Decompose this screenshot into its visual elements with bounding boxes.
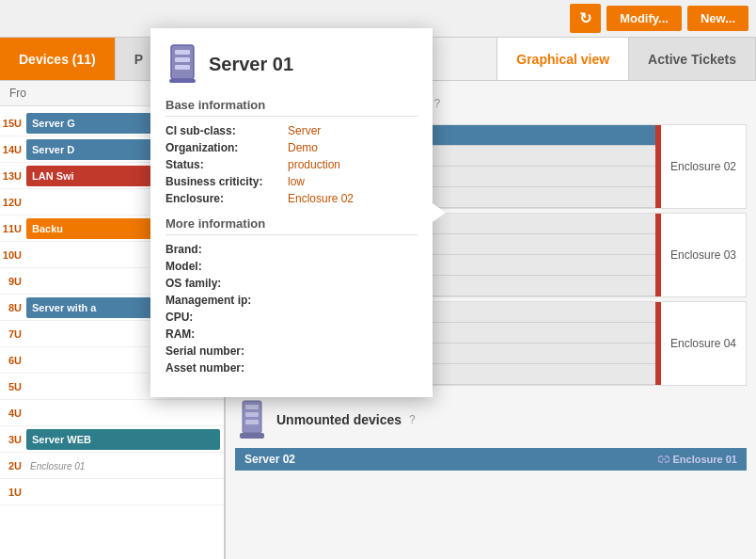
rack-unit-label: 4U xyxy=(0,407,26,419)
refresh-button[interactable]: ↻ xyxy=(570,4,601,33)
modify-button[interactable]: Modify... xyxy=(606,6,682,31)
enclosure-name-label: Enclosure 03 xyxy=(661,214,746,296)
popup-more-field-label: Model: xyxy=(165,260,288,273)
popup-field-row: Organization:Demo xyxy=(165,141,417,154)
popup-more-field-row: OS family: xyxy=(165,277,417,290)
popup-more-field-label: Asset number: xyxy=(165,361,288,375)
popup-field-row: Business criticity:low xyxy=(165,175,417,188)
rack-unit-label: 10U xyxy=(0,249,26,261)
server-icon-small xyxy=(235,399,269,440)
new-button[interactable]: New... xyxy=(687,6,748,31)
rack-unit-label: 8U xyxy=(0,302,26,313)
popup-title: Server 01 xyxy=(209,54,293,75)
rack-unit-label: 1U xyxy=(0,487,26,498)
popup-fields: CI sub-class:ServerOrganization:DemoStat… xyxy=(165,124,417,205)
popup-more-field-row: Serial number: xyxy=(165,344,417,358)
svg-rect-12 xyxy=(175,65,190,70)
rack-unit-label: 15U xyxy=(0,118,26,129)
popup-more-field-label: RAM: xyxy=(165,327,288,341)
enclosure-name-label: Enclosure 02 xyxy=(661,125,746,208)
popup-arrow xyxy=(433,203,446,222)
enclosure-name-label: Enclosure 04 xyxy=(661,302,746,385)
popup-more-field-label: OS family: xyxy=(165,277,288,290)
svg-rect-10 xyxy=(175,50,190,55)
rack-row: 3UServer WEB xyxy=(0,426,224,453)
popup-field-label: Enclosure: xyxy=(165,192,288,205)
popup-field-label: CI sub-class: xyxy=(165,124,288,137)
rack-row: 1U xyxy=(0,479,224,505)
unmounted-enclosures-help[interactable]: ? xyxy=(434,97,441,110)
svg-rect-7 xyxy=(245,420,259,424)
popup-field-value: low xyxy=(288,175,305,188)
popup-more-field-row: RAM: xyxy=(165,327,417,341)
tab-graphical[interactable]: Graphical view xyxy=(497,38,629,80)
svg-rect-11 xyxy=(175,57,190,62)
popup-header: Server 01 xyxy=(165,43,417,85)
unmounted-device-row[interactable]: Server 02 Enclosure 01 xyxy=(235,448,747,471)
popup-more-field-label: Management ip: xyxy=(165,294,288,307)
popup-more-field-row: Brand: xyxy=(165,243,417,256)
rack-unit-label: 7U xyxy=(0,328,26,340)
popup-more-field-row: Model: xyxy=(165,260,417,273)
link-icon xyxy=(658,454,669,465)
popup-field-value: production xyxy=(288,158,340,171)
unmounted-devices-header: Unmounted devices ? xyxy=(235,399,747,440)
tab-devices[interactable]: Devices (11) xyxy=(0,38,116,80)
unmounted-devices-container: Server 02 Enclosure 01 xyxy=(235,448,747,471)
unmounted-device-enclosure-ref: Enclosure 01 xyxy=(658,454,737,465)
rack-empty-slot: Enclosure 01 xyxy=(26,458,224,472)
rack-enclosure-label: Enclosure 01 xyxy=(26,461,85,471)
popup-more-info-title: More information xyxy=(165,216,417,235)
rack-unit-label: 11U xyxy=(0,223,26,234)
popup-server-icon xyxy=(165,43,199,85)
popup-more-info-section: More information Brand:Model:OS family:M… xyxy=(165,216,417,375)
svg-rect-8 xyxy=(240,433,264,439)
popup-field-label: Status: xyxy=(165,158,288,171)
rack-row: 2UEnclosure 01 xyxy=(0,453,224,479)
popup-more-field-row: Asset number: xyxy=(165,361,417,375)
rack-device[interactable]: Server WEB xyxy=(26,429,220,450)
popup-more-field-row: Management ip: xyxy=(165,294,417,307)
popup-field-row: CI sub-class:Server xyxy=(165,124,417,137)
svg-rect-5 xyxy=(245,405,259,409)
popup-field-value: Server xyxy=(288,124,321,137)
rack-unit-label: 3U xyxy=(0,434,26,445)
popup-more-field-row: CPU: xyxy=(165,311,417,324)
unmounted-devices-help[interactable]: ? xyxy=(409,413,416,426)
popup-more-field-label: Brand: xyxy=(165,243,288,256)
popup-more-field-label: Serial number: xyxy=(165,344,288,358)
popup-field-value: Demo xyxy=(288,141,318,154)
rack-unit-label: 2U xyxy=(0,460,26,471)
svg-rect-13 xyxy=(169,79,196,83)
popup-field-label: Business criticity: xyxy=(165,175,288,188)
tab-tickets[interactable]: Active Tickets xyxy=(629,38,756,80)
rack-row: 4U xyxy=(0,400,224,426)
rack-unit-label: 14U xyxy=(0,144,26,155)
unmounted-device-name: Server 02 xyxy=(244,453,295,466)
popup-field-row: Enclosure:Enclosure 02 xyxy=(165,192,417,205)
rack-unit-label: 13U xyxy=(0,170,26,182)
svg-rect-6 xyxy=(245,412,259,417)
popup-more-fields: Brand:Model:OS family:Management ip:CPU:… xyxy=(165,243,417,375)
popup-more-field-label: CPU: xyxy=(165,311,288,324)
popup-field-label: Organization: xyxy=(165,141,288,154)
rack-unit-label: 12U xyxy=(0,197,26,208)
popup-base-info-title: Base information xyxy=(165,98,417,117)
unmounted-devices-section: Unmounted devices ? Server 02 Enclosure … xyxy=(235,399,747,471)
unmounted-devices-title: Unmounted devices xyxy=(276,412,402,427)
rack-unit-label: 6U xyxy=(0,355,26,366)
rack-unit-label: 5U xyxy=(0,381,26,392)
rack-unit-label: 9U xyxy=(0,276,26,287)
popup-field-value: Enclosure 02 xyxy=(288,192,354,205)
server-popup: Server 01 Base information CI sub-class:… xyxy=(150,28,433,397)
popup-field-row: Status:production xyxy=(165,158,417,171)
